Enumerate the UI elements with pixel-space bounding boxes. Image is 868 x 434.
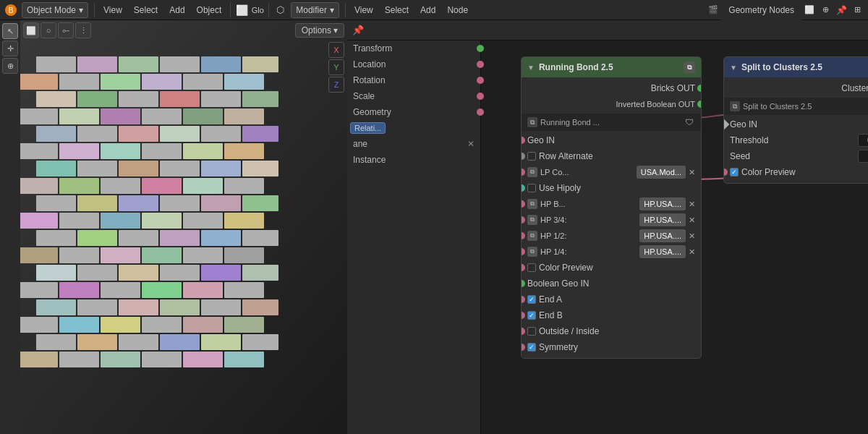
circle-select-btn[interactable]: ○: [41, 22, 56, 38]
menu-select-3d[interactable]: Select: [128, 0, 163, 20]
rb-row-alt-checkbox[interactable]: [527, 152, 536, 161]
menu-view-node[interactable]: View: [349, 0, 379, 20]
select-tool-btn[interactable]: ↖: [2, 23, 18, 39]
svg-rect-88: [36, 299, 76, 315]
menu-select-node[interactable]: Select: [379, 0, 414, 20]
rb-symmetry-label: Symmetry: [539, 342, 695, 352]
svg-rect-68: [201, 230, 241, 246]
pin-icon[interactable]: 📌: [833, 2, 849, 18]
viewport-icon[interactable]: ⬜: [234, 2, 250, 18]
menu-node-node[interactable]: Node: [441, 0, 474, 20]
svg-rect-49: [142, 178, 182, 194]
rb-hp-12-value[interactable]: HP.USA....: [639, 229, 686, 242]
rb-hp-14-socket[interactable]: [521, 248, 525, 255]
sc-seed-value[interactable]: 33: [858, 150, 868, 163]
lasso-select-btn[interactable]: ⟜: [58, 22, 74, 38]
rb-row-alt-socket[interactable]: [521, 153, 525, 160]
side-panel-relati[interactable]: Relati...: [347, 120, 480, 136]
rb-outside-checkbox[interactable]: [527, 327, 536, 336]
rb-symmetry-socket[interactable]: [521, 344, 525, 351]
scene-icon[interactable]: 🎬: [705, 2, 721, 18]
object-mode-selector[interactable]: Object Mode ▾: [22, 2, 88, 18]
rb-hp-14-close[interactable]: ✕: [689, 247, 695, 257]
split-clusters-header[interactable]: ▼ Split to Clusters 2.5 ⧉: [724, 57, 868, 77]
select-box-btns: ⬜ ○ ⟜ ⋮: [23, 22, 91, 38]
rb-hp-12-socket[interactable]: [521, 232, 525, 239]
rb-end-b-socket[interactable]: [521, 312, 525, 319]
rb-hp-34-close[interactable]: ✕: [689, 216, 695, 225]
rb-geo-in-socket[interactable]: [521, 137, 525, 144]
rb-end-a-checkbox[interactable]: ✓: [527, 295, 536, 304]
rb-outside-socket[interactable]: [521, 328, 525, 335]
svg-rect-107: [59, 352, 99, 367]
rb-hipoly-socket[interactable]: [521, 184, 525, 192]
cursor-tool-btn[interactable]: ✛: [2, 41, 18, 56]
brick-wall-render: [0, 20, 347, 434]
rb-color-prev-checkbox[interactable]: [527, 263, 536, 272]
scale-socket[interactable]: [477, 93, 484, 100]
rb-bool-geo-socket[interactable]: [521, 280, 525, 287]
divider-4: [345, 3, 346, 17]
sc-geo-in-socket[interactable]: [723, 119, 729, 129]
transform-socket[interactable]: [477, 45, 484, 52]
svg-rect-32: [201, 126, 241, 142]
rb-hp-14-value[interactable]: HP.USA....: [639, 245, 686, 258]
menu-add-3d[interactable]: Add: [163, 0, 190, 20]
sc-color-prev-socket[interactable]: [723, 169, 728, 176]
overlay-icon[interactable]: ⬜: [801, 2, 817, 18]
rb-hp-b-close[interactable]: ✕: [689, 200, 695, 209]
bricks-out-socket[interactable]: [697, 85, 702, 92]
gizmo-icon[interactable]: ⊕: [817, 2, 833, 18]
box-select-btn[interactable]: ⬜: [23, 22, 39, 38]
rb-hp-34-socket[interactable]: [521, 216, 525, 224]
more-select-btn[interactable]: ⋮: [75, 22, 91, 38]
svg-rect-77: [77, 265, 117, 281]
rb-hp-34-value[interactable]: HP.USA....: [639, 213, 686, 226]
viewport-x-axis[interactable]: X: [328, 42, 344, 58]
sc-threshold-value[interactable]: 0.100: [858, 134, 868, 147]
move-tool-btn[interactable]: ⊕: [2, 58, 18, 74]
global-local-icon[interactable]: Glo: [250, 2, 265, 18]
viewport-y-axis[interactable]: Y: [328, 59, 344, 75]
split-clusters-collapse[interactable]: ▼: [730, 64, 737, 72]
node-pin-icon[interactable]: 📌: [350, 22, 366, 38]
menu-object-3d[interactable]: Object: [191, 0, 228, 20]
menu-view-3d[interactable]: View: [98, 0, 128, 20]
sc-color-prev-checkbox[interactable]: ✓: [730, 168, 739, 176]
rb-lp-value[interactable]: USA.Mod...: [637, 166, 686, 179]
svg-rect-106: [18, 352, 58, 367]
node-editor[interactable]: 📌 ◀ ect Info Transform Location: [347, 20, 868, 434]
rb-symmetry-checkbox[interactable]: ✓: [527, 343, 536, 352]
running-bond-collapse[interactable]: ▼: [527, 64, 535, 72]
rotation-socket[interactable]: [477, 77, 484, 84]
rb-hp-b-value[interactable]: HP.USA....: [639, 197, 686, 210]
relati-tag[interactable]: Relati...: [350, 122, 386, 134]
rb-end-b-checkbox[interactable]: ✓: [527, 311, 536, 320]
viewport-top-bar: ⬜ ○ ⟜ ⋮ Options ▾: [20, 20, 347, 41]
node-editor-icon[interactable]: ⬡: [272, 2, 288, 18]
ane-close-btn[interactable]: ✕: [467, 139, 475, 149]
menu-add-node[interactable]: Add: [414, 0, 441, 20]
rb-color-prev-socket[interactable]: [521, 264, 525, 271]
rb-hipoly-checkbox[interactable]: [527, 184, 536, 192]
rb-lp-co-row: ⧉ LP Co... USA.Mod... ✕: [522, 164, 701, 180]
rb-lp-socket[interactable]: [521, 169, 525, 176]
workspace-icon[interactable]: ⊞: [849, 2, 865, 18]
rb-hp-b-socket[interactable]: [521, 200, 525, 208]
running-bond-header[interactable]: ▼ Running Bond 2.5 ⧉: [522, 57, 701, 77]
rb-end-a-socket[interactable]: [521, 296, 525, 303]
svg-rect-57: [242, 195, 278, 211]
3d-viewport[interactable]: ↖ ✛ ⊕ ⬜ ○ ⟜ ⋮ Options ▾ X Y Z: [0, 20, 347, 434]
geometry-socket[interactable]: [477, 109, 484, 116]
location-socket[interactable]: [477, 61, 484, 68]
svg-rect-80: [201, 265, 241, 281]
svg-rect-92: [201, 299, 241, 315]
modifier-selector[interactable]: Modifier ▾: [291, 2, 339, 18]
running-bond-copy-btn[interactable]: ⧉: [684, 61, 695, 73]
inverted-bool-socket[interactable]: [697, 101, 702, 108]
viewport-z-axis[interactable]: Z: [328, 77, 344, 93]
rb-hp-12-close[interactable]: ✕: [689, 231, 695, 241]
rb-lp-close[interactable]: ✕: [689, 168, 695, 177]
blender-logo[interactable]: B: [3, 2, 19, 18]
options-button[interactable]: Options ▾: [295, 23, 344, 38]
